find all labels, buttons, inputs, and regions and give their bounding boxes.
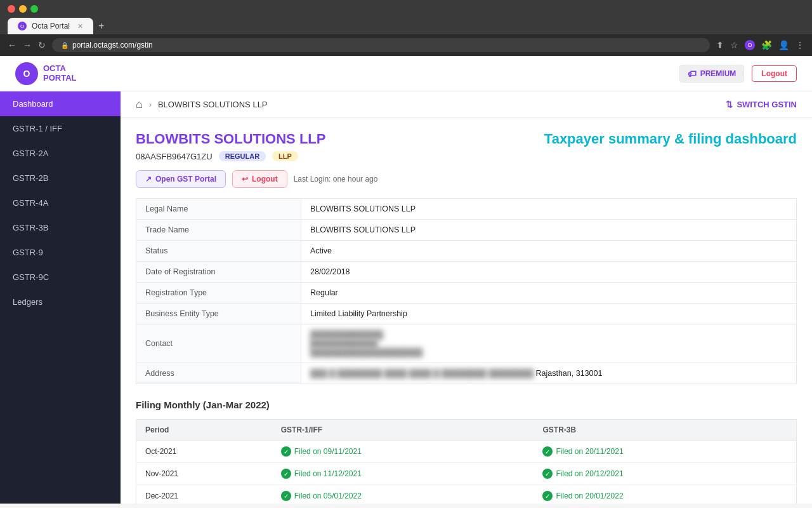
browser-back-button[interactable]: ← — [8, 40, 16, 50]
breadcrumb-company: BLOWBITS SOLUTIONS LLP — [158, 100, 268, 109]
contact-alt: ████████████████████ — [310, 348, 422, 357]
filing-gstr3b-status: ✓ Filed on 20/11/2021 — [534, 441, 796, 463]
open-gst-portal-button[interactable]: ↗ Open GST Portal — [136, 170, 226, 188]
last-login-text: Last Login: one hour ago — [294, 175, 378, 184]
label-address: Address — [136, 363, 301, 384]
filing-table-row: Nov-2021 ✓ Filed on 11/12/2021 ✓ Filed o… — [136, 463, 797, 485]
badge-llp: LLP — [272, 151, 298, 161]
action-row: ↗ Open GST Portal ↩ Logout Last Login: o… — [136, 170, 377, 188]
company-name: BLOWBITS SOLUTIONS LLP — [136, 131, 377, 147]
filing-gstr3b-status: ✓ Filed on 20/12/2021 — [534, 463, 796, 485]
label-reg-type: Registration Type — [136, 283, 301, 304]
check-icon: ✓ — [281, 469, 291, 479]
table-row: Trade Name BLOWBITS SOLUTIONS LLP — [136, 220, 797, 241]
app-header: O OCTA PORTAL 🏷 PREMIUM Logout — [0, 56, 812, 91]
value-address: ███ █ ████████ ████ ████ █ ████████ ████… — [301, 363, 797, 384]
window-minimize-dot[interactable] — [19, 5, 27, 13]
logout-icon: ↩ — [242, 175, 248, 184]
sidebar-item-gstr9[interactable]: GSTR-9 — [0, 240, 121, 265]
address-bar[interactable]: 🔒 portal.octagst.com/gstin — [52, 38, 710, 52]
external-link-icon: ↗ — [145, 175, 152, 184]
open-portal-label: Open GST Portal — [155, 175, 216, 184]
sidebar-item-gstr4a[interactable]: GSTR-4A — [0, 190, 121, 215]
value-status: Active — [301, 241, 797, 262]
home-icon[interactable]: ⌂ — [136, 98, 143, 111]
url-text: portal.octagst.com/gstin — [72, 41, 153, 50]
breadcrumb-bar: ⌂ › BLOWBITS SOLUTIONS LLP ⇅ SWITCH GSTI… — [121, 91, 812, 118]
browser-tab[interactable]: O Octa Portal ✕ — [8, 18, 93, 34]
filing-col-period: Period — [136, 420, 272, 441]
contact-phone: █████████████ — [310, 330, 383, 339]
filing-table-row: Dec-2021 ✓ Filed on 05/01/2022 ✓ Filed o… — [136, 485, 797, 504]
logout-label: Logout — [252, 175, 278, 184]
filing-col-gstr1: GSTR-1/IFF — [272, 420, 534, 441]
tab-title: Octa Portal — [32, 22, 70, 30]
value-legal-name: BLOWBITS SOLUTIONS LLP — [301, 199, 797, 220]
sidebar-item-gstr2a[interactable]: GSTR-2A — [0, 141, 121, 166]
sidebar-item-gstr9c[interactable]: GSTR-9C — [0, 265, 121, 290]
filing-table: Period GSTR-1/IFF GSTR-3B Oct-2021 ✓ Fil… — [136, 419, 797, 504]
table-row: Contact █████████████ ████████████ █████… — [136, 324, 797, 363]
main-content-area: ⌂ › BLOWBITS SOLUTIONS LLP ⇅ SWITCH GSTI… — [121, 91, 812, 504]
label-trade-name: Trade Name — [136, 220, 301, 241]
address-blurred: ███ █ ████████ ████ ████ █ ████████ ████… — [310, 369, 534, 378]
browser-forward-button[interactable]: → — [23, 40, 32, 50]
new-tab-button[interactable]: + — [98, 20, 104, 32]
filing-section-title: Filing Monthly (Jan-Mar 2022) — [136, 399, 797, 410]
filing-period: Dec-2021 — [136, 485, 272, 504]
filing-gstr1-status: ✓ Filed on 11/12/2021 — [272, 463, 534, 485]
filing-gstr1-status: ✓ Filed on 09/11/2021 — [272, 441, 534, 463]
menu-icon[interactable]: ⋮ — [796, 40, 804, 50]
check-icon: ✓ — [542, 491, 553, 501]
gstin-row: 08AASFB9647G1ZU REGULAR LLP — [136, 151, 377, 161]
check-icon: ✓ — [542, 469, 553, 479]
filing-table-row: Oct-2021 ✓ Filed on 09/11/2021 ✓ Filed o… — [136, 441, 797, 463]
table-row: Address ███ █ ████████ ████ ████ █ █████… — [136, 363, 797, 384]
header-actions: 🏷 PREMIUM Logout — [679, 65, 797, 83]
logo-text: OCTA PORTAL — [43, 64, 76, 83]
address-state: Rajasthan, 313001 — [535, 369, 602, 378]
sidebar-item-gstr2b[interactable]: GSTR-2B — [0, 166, 121, 190]
premium-button[interactable]: 🏷 PREMIUM — [679, 65, 745, 83]
gstin-number: 08AASFB9647G1ZU — [136, 152, 213, 161]
value-dor: 28/02/2018 — [301, 262, 797, 283]
browser-reload-button[interactable]: ↻ — [38, 40, 46, 50]
filing-period: Oct-2021 — [136, 441, 272, 463]
header-logout-button[interactable]: Logout — [752, 65, 797, 82]
value-trade-name: BLOWBITS SOLUTIONS LLP — [301, 220, 797, 241]
extension-icon-octa[interactable]: O — [745, 40, 755, 50]
filing-period: Nov-2021 — [136, 463, 272, 485]
sidebar: Dashboard GSTR-1 / IFF GSTR-2A GSTR-2B G… — [0, 91, 121, 504]
label-dor: Date of Registration — [136, 262, 301, 283]
window-maximize-dot[interactable] — [30, 5, 38, 13]
tab-close-button[interactable]: ✕ — [77, 22, 83, 30]
filing-gstr1-status: ✓ Filed on 05/01/2022 — [272, 485, 534, 504]
window-close-dot[interactable] — [8, 5, 15, 13]
switch-gstin-icon: ⇅ — [726, 100, 733, 109]
company-logout-button[interactable]: ↩ Logout — [232, 170, 287, 188]
sidebar-item-ledgers[interactable]: Ledgers — [0, 290, 121, 314]
page-title: Taxpayer summary & filing dashboard — [390, 131, 797, 147]
table-row: Status Active — [136, 241, 797, 262]
logo-portal: PORTAL — [43, 74, 76, 83]
premium-icon: 🏷 — [688, 69, 697, 79]
contact-email: ████████████ — [310, 339, 377, 348]
table-row: Registration Type Regular — [136, 283, 797, 304]
logo-icon: O — [15, 62, 38, 85]
profile-icon[interactable]: 👤 — [778, 40, 789, 50]
logo: O OCTA PORTAL — [15, 62, 76, 85]
lock-icon: 🔒 — [61, 42, 69, 49]
bookmark-icon[interactable]: ☆ — [730, 40, 738, 50]
sidebar-item-gstr1[interactable]: GSTR-1 / IFF — [0, 116, 121, 141]
sidebar-item-gstr3b[interactable]: GSTR-3B — [0, 215, 121, 240]
extensions-icon[interactable]: 🧩 — [761, 40, 772, 50]
breadcrumb-separator: › — [149, 100, 152, 109]
table-row: Date of Registration 28/02/2018 — [136, 262, 797, 283]
label-contact: Contact — [136, 324, 301, 363]
filing-gstr3b-status: ✓ Filed on 20/01/2022 — [534, 485, 796, 504]
switch-gstin-button[interactable]: ⇅ SWITCH GSTIN — [726, 100, 797, 109]
share-icon[interactable]: ⬆ — [716, 40, 724, 50]
sidebar-item-dashboard[interactable]: Dashboard — [0, 91, 121, 116]
company-info: BLOWBITS SOLUTIONS LLP 08AASFB9647G1ZU R… — [136, 131, 377, 188]
premium-label: PREMIUM — [700, 69, 737, 78]
